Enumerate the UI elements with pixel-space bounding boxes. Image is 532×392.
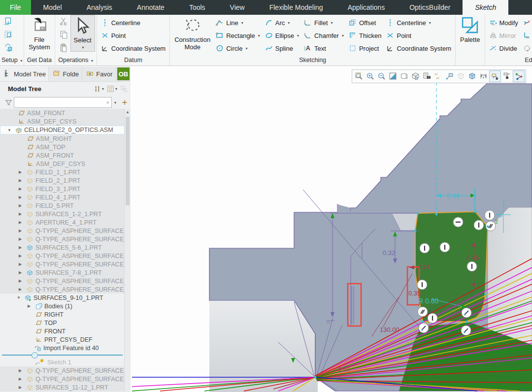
tree-row-aperture-4-1-prt[interactable]: ▶APERTURE_4_1.PRT <box>0 218 125 227</box>
highlight-icon[interactable] <box>501 70 512 81</box>
collapse-icon[interactable]: ▶ <box>19 187 22 191</box>
file-system-button[interactable]: FileSystem <box>26 15 53 51</box>
panel-tab-model-tree[interactable]: Model Tree <box>0 66 49 81</box>
capture-icon[interactable] <box>421 70 432 81</box>
copy-icon[interactable] <box>59 30 68 39</box>
ellipse-button[interactable]: Ellipse▾ <box>263 29 301 42</box>
tree-row-right[interactable]: RIGHT <box>0 310 125 319</box>
csys-display-icon[interactable] <box>513 70 525 82</box>
zoom-box-icon[interactable] <box>353 70 364 81</box>
ribbon-group-label[interactable]: Setup ▾ <box>1 56 22 65</box>
select-button[interactable]: Select▾ <box>70 15 95 52</box>
saved-views-icon[interactable] <box>410 70 421 81</box>
setup-window-icon[interactable] <box>3 16 13 26</box>
constraint-badge-icon[interactable] <box>419 323 429 333</box>
insert-locator[interactable] <box>0 352 125 358</box>
tree-row-asm-front[interactable]: ASM_FRONT <box>0 151 125 160</box>
sketch-viewport[interactable]: 0.440.320.140.450.35R 0.60130.001.013212 <box>131 66 532 392</box>
menu-tab-flexible-modeling[interactable]: Flexible Modeling <box>257 0 335 15</box>
menu-tab-sketch[interactable]: Sketch <box>463 0 508 15</box>
cut-icon[interactable] <box>59 16 68 26</box>
collapse-icon[interactable]: ▶ <box>19 270 22 275</box>
collapse-icon[interactable]: ▶ <box>19 287 22 292</box>
coordinate-system-button[interactable]: Coordinate System <box>384 42 454 55</box>
constraint-badge-icon[interactable] <box>485 210 495 220</box>
tree-row-asm-right[interactable]: ASM_RIGHT <box>0 134 125 143</box>
tree-row-import-feature-id-40[interactable]: Import Feature id 40 <box>0 344 125 352</box>
zoom-in-icon[interactable] <box>365 70 375 81</box>
sketch-view-icon[interactable] <box>489 70 501 82</box>
tree-row-front[interactable]: FRONT <box>0 327 125 335</box>
tree-row-sketch-1[interactable]: ✱Sketch 1 <box>0 358 125 366</box>
constraint-badge-icon[interactable] <box>428 313 437 323</box>
tree-filter-input[interactable]: × <box>14 97 112 108</box>
collapse-icon[interactable]: ▶ <box>19 178 22 183</box>
menu-tab-model[interactable]: Model <box>31 0 74 15</box>
point-button[interactable]: Point <box>99 29 168 42</box>
tree-row-q-type-asphere-surface-11-prt[interactable]: ▶Q-TYPE_ASPHERE_SURFACE_11.PRT <box>0 227 125 235</box>
add-filter-icon[interactable]: ＋ <box>121 98 129 108</box>
dimension-label[interactable]: 130.00 <box>380 326 399 333</box>
centerline-button[interactable]: Centerline <box>99 16 168 29</box>
dimension-label[interactable]: R 0.60 <box>418 297 438 305</box>
thicken-button[interactable]: Thicken <box>346 29 384 42</box>
tree-row-q-type-asphere-surface-7-1-prt[interactable]: ▶Q-TYPE_ASPHERE_SURFACE_7_1.PRT <box>0 366 125 375</box>
expand-icon[interactable]: ▼ <box>17 295 21 300</box>
dimension-label[interactable]: 3 <box>499 212 502 218</box>
tree-row-field-2-1-prt[interactable]: ▶FIELD_2_1.PRT <box>0 176 125 185</box>
tree-filters-icon[interactable] <box>107 85 114 93</box>
dimension-label[interactable]: 0.45 <box>466 254 479 261</box>
fillet-button[interactable]: Fillet▾ <box>301 16 346 29</box>
menu-tab-file[interactable]: File <box>0 0 31 15</box>
tree-row-field-3-1-prt[interactable]: ▶FIELD_3_1.PRT <box>0 185 125 193</box>
setup-swap-icon[interactable] <box>3 43 13 53</box>
line-button[interactable]: Line▾ <box>213 16 263 29</box>
tree-row-surfaces-11-12-1-prt[interactable]: ▶SURFACES_11-12_1.PRT <box>0 383 125 392</box>
constraint-badge-icon[interactable] <box>461 326 471 335</box>
collapse-icon[interactable]: ▶ <box>19 229 22 233</box>
tree-scrollbar[interactable]: ▲ <box>124 109 131 392</box>
collapse-icon[interactable]: ▶ <box>19 170 22 174</box>
dimension-label[interactable]: 1 <box>480 232 483 237</box>
tree-row-field-5-prt[interactable]: ▶FIELD_5.PRT <box>0 201 125 210</box>
collapse-icon[interactable]: ▶ <box>19 254 22 258</box>
collapse-icon[interactable]: ▶ <box>19 195 22 199</box>
tree-row-surfaces-7-8-1-prt[interactable]: ▶SURFACES_7-8_1.PRT <box>0 268 125 277</box>
chamfer-button[interactable]: Chamfer▾ <box>301 29 346 42</box>
display-style-icon[interactable] <box>399 70 409 81</box>
project-button[interactable]: Project <box>346 42 384 55</box>
clear-filter-icon[interactable]: × <box>106 99 109 105</box>
constraint-badge-icon[interactable] <box>453 217 463 227</box>
tree-row-bodies-1-[interactable]: ▶Bodies (1) <box>0 302 125 310</box>
dim-display-icon[interactable] <box>478 70 489 81</box>
collapse-icon[interactable]: ▶ <box>28 304 31 308</box>
constraint-badge-icon[interactable] <box>417 280 427 290</box>
funnel-icon[interactable] <box>5 99 12 106</box>
dimension-label[interactable]: 1.01 <box>338 366 350 373</box>
centerline-button[interactable]: Centerline▾ <box>384 16 454 29</box>
tree-row-q-type-asphere-surface-6-1-prt[interactable]: ▶Q-TYPE_ASPHERE_SURFACE_6_1.PRT <box>0 285 125 294</box>
tree-row-cellphone2-0-optics-asm[interactable]: ▼CELLPHONE2_0_OPTICS.ASM <box>0 126 125 134</box>
modify-button[interactable]: Modify <box>487 16 521 29</box>
tree-row-prt-csys-def[interactable]: PRT_CSYS_DEF <box>0 335 125 344</box>
scroll-thumb[interactable] <box>126 117 130 205</box>
setup-dash-icon[interactable] <box>3 30 13 39</box>
mirror-button[interactable]: Mirror <box>487 29 521 42</box>
menu-tab-analysis[interactable]: Analysis <box>74 0 125 15</box>
rotate-resize-button[interactable]: Rotate Resize <box>521 42 532 55</box>
offset-button[interactable]: Offset <box>346 16 384 29</box>
arc-button[interactable]: Arc▾ <box>263 16 301 29</box>
scroll-up-icon[interactable]: ▲ <box>126 110 130 114</box>
delete-segment-button[interactable]: Delete Segment <box>521 16 532 29</box>
collapse-icon[interactable]: ▶ <box>19 220 22 225</box>
collapse-icon[interactable]: ▶ <box>19 385 22 390</box>
constraint-badge-icon[interactable] <box>462 308 471 318</box>
menu-tab-view[interactable]: View <box>218 0 257 15</box>
dimension-label[interactable]: 2 <box>495 219 498 225</box>
tree-search-icon[interactable] <box>120 85 128 93</box>
divide-button[interactable]: Divide <box>487 42 521 55</box>
ghost-cube-icon[interactable] <box>455 70 466 81</box>
collapse-icon[interactable]: ▶ <box>19 237 22 241</box>
collapse-icon[interactable]: ▶ <box>19 377 22 381</box>
collapse-icon[interactable]: ▶ <box>19 368 22 373</box>
